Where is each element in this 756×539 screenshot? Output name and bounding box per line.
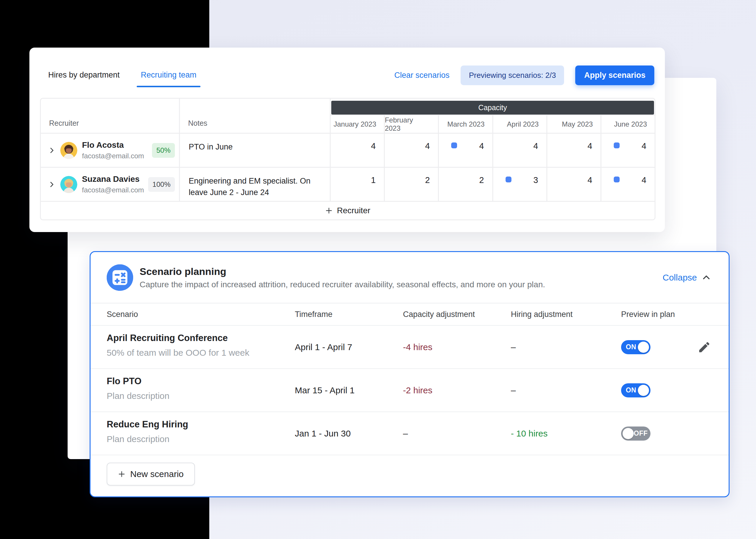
tab-recruiting-team[interactable]: Recruiting team bbox=[141, 70, 196, 87]
capacity-value: 4 bbox=[588, 175, 592, 185]
capacity-cell[interactable]: 4 bbox=[547, 134, 601, 167]
avatar bbox=[60, 142, 77, 159]
scenario-panel-titles: Scenario planning Capture the impact of … bbox=[140, 266, 545, 289]
scenario-name-cell: April Recruiting Conference50% of team w… bbox=[107, 326, 295, 368]
note-text: Engineering and EM specialist. On leave … bbox=[189, 175, 321, 198]
capacity-cell[interactable]: 2 bbox=[439, 168, 492, 201]
preview-toggle[interactable]: ON bbox=[621, 383, 650, 397]
month-header: April 2023 bbox=[493, 116, 546, 133]
scenario-name: April Recruiting Conference bbox=[107, 333, 295, 344]
scenario-row: April Recruiting Conference50% of team w… bbox=[91, 326, 729, 369]
capacity-cell[interactable]: 2 bbox=[385, 168, 438, 201]
capacity-adjustment-value: -4 hires bbox=[403, 326, 511, 368]
month-header: February 2023 bbox=[385, 116, 438, 133]
hiring-adjustment-value: – bbox=[511, 369, 621, 412]
month-header: May 2023 bbox=[547, 116, 601, 133]
plus-icon bbox=[325, 207, 333, 214]
scenario-name-cell: Reduce Eng HiringPlan description bbox=[107, 412, 295, 455]
preview-cell: ON bbox=[621, 369, 711, 412]
scenario-modified-dot bbox=[506, 177, 512, 183]
recruiting-capacity-table: Recruiter Notes Capacity January 2023Feb… bbox=[40, 98, 655, 220]
scenario-panel-footer: New scenario bbox=[91, 455, 729, 493]
card-actions: Clear scenarios Previewing scenarios: 2/… bbox=[395, 65, 654, 85]
capacity-cell[interactable]: 3 bbox=[493, 168, 546, 201]
hiring-adjustment-value: – bbox=[511, 326, 621, 368]
capacity-cell[interactable]: 1 bbox=[331, 168, 384, 201]
scenario-timeframe: Mar 15 - April 1 bbox=[295, 369, 403, 412]
capacity-cell[interactable]: 4 bbox=[602, 168, 655, 201]
preview-cell: OFF bbox=[621, 412, 711, 455]
notes-cell[interactable]: PTO in June bbox=[180, 134, 330, 167]
toggle-label: ON bbox=[626, 343, 636, 351]
scenario-panel-header: Scenario planning Capture the impact of … bbox=[91, 252, 729, 303]
clear-scenarios-link[interactable]: Clear scenarios bbox=[395, 71, 450, 80]
capacity-value: 2 bbox=[479, 175, 484, 185]
add-recruiter-label: Recruiter bbox=[337, 206, 370, 215]
recruiter-name: Flo Acosta bbox=[82, 140, 144, 150]
recruiter-cell: Suzana Daviesfacosta@email.com100% bbox=[41, 168, 179, 201]
capacity-cell[interactable]: 4 bbox=[385, 134, 438, 167]
scenario-name-cell: Flo PTOPlan description bbox=[107, 369, 295, 412]
toggle-knob bbox=[622, 428, 634, 439]
capacity-header: Capacity bbox=[331, 101, 654, 115]
month-header: March 2023 bbox=[439, 116, 492, 133]
capacity-adjustment-value: – bbox=[403, 412, 511, 455]
scenario-description: 50% of team will be OOO for 1 week bbox=[107, 348, 295, 358]
month-header: June 2023 bbox=[602, 116, 655, 133]
scenario-name: Reduce Eng Hiring bbox=[107, 419, 295, 430]
scenario-timeframe: Jan 1 - Jun 30 bbox=[295, 412, 403, 455]
new-scenario-button[interactable]: New scenario bbox=[107, 463, 195, 486]
preview-cell: ON bbox=[621, 326, 711, 368]
col-timeframe: Timeframe bbox=[295, 310, 403, 319]
scenario-description: Plan description bbox=[107, 434, 295, 444]
collapse-button[interactable]: Collapse bbox=[663, 272, 711, 282]
notes-column-label: Notes bbox=[188, 119, 207, 127]
col-hiring-adjustment: Hiring adjustment bbox=[511, 310, 621, 319]
scenario-row: Reduce Eng HiringPlan descriptionJan 1 -… bbox=[91, 412, 729, 455]
add-recruiter-button[interactable]: Recruiter bbox=[41, 202, 655, 219]
capacity-value: 4 bbox=[533, 141, 538, 151]
toggle-label: OFF bbox=[634, 429, 648, 437]
toggle-knob bbox=[638, 385, 649, 396]
recruiter-email: facosta@email.com bbox=[82, 152, 144, 160]
apply-scenarios-button[interactable]: Apply scenarios bbox=[575, 65, 654, 85]
plus-icon bbox=[118, 470, 126, 478]
tab-hires-by-department[interactable]: Hires by department bbox=[48, 70, 120, 87]
scenario-planning-icon bbox=[107, 265, 133, 291]
recruiter-email: facosta@email.com bbox=[82, 186, 143, 194]
chevron-right-icon[interactable] bbox=[48, 181, 55, 188]
recruiter-column-header: Recruiter bbox=[41, 99, 179, 133]
capacity-value: 3 bbox=[533, 175, 538, 185]
capacity-value: 4 bbox=[479, 141, 484, 151]
scenario-modified-dot bbox=[614, 142, 619, 148]
capacity-value: 4 bbox=[371, 141, 376, 151]
card-header: Hires by department Recruiting team Clea… bbox=[48, 65, 654, 86]
recruiter-identity: Flo Acostafacosta@email.com bbox=[82, 140, 144, 160]
scenario-panel-subtitle: Capture the impact of increased attritio… bbox=[140, 280, 545, 289]
capacity-value: 1 bbox=[371, 175, 376, 185]
preview-toggle[interactable]: OFF bbox=[621, 426, 650, 441]
capacity-value: 4 bbox=[425, 141, 430, 151]
capacity-cell[interactable]: 4 bbox=[602, 134, 655, 167]
allocation-badge: 50% bbox=[152, 143, 175, 158]
chevron-right-icon[interactable] bbox=[48, 147, 55, 154]
notes-column-header: Notes bbox=[180, 99, 330, 133]
scenario-timeframe: April 1 - April 7 bbox=[295, 326, 403, 368]
notes-cell[interactable]: Engineering and EM specialist. On leave … bbox=[180, 168, 330, 201]
scenario-panel-title: Scenario planning bbox=[140, 266, 545, 277]
scenario-modified-dot bbox=[451, 142, 457, 148]
scenario-modified-dot bbox=[614, 177, 619, 183]
capacity-cell[interactable]: 4 bbox=[331, 134, 384, 167]
note-text: PTO in June bbox=[189, 141, 321, 153]
capacity-cell[interactable]: 4 bbox=[493, 134, 546, 167]
capacity-cell[interactable]: 4 bbox=[439, 134, 492, 167]
col-capacity-adjustment: Capacity adjustment bbox=[403, 310, 511, 319]
edit-pencil-icon[interactable] bbox=[698, 341, 711, 354]
preview-toggle[interactable]: ON bbox=[621, 340, 650, 354]
scenario-row: Flo PTOPlan descriptionMar 15 - April 1-… bbox=[91, 369, 729, 412]
capacity-value: 4 bbox=[642, 141, 646, 151]
capacity-cell[interactable]: 4 bbox=[547, 168, 601, 201]
chevron-up-icon bbox=[702, 273, 711, 282]
col-scenario: Scenario bbox=[107, 310, 295, 319]
recruiter-identity: Suzana Daviesfacosta@email.com bbox=[82, 175, 143, 194]
